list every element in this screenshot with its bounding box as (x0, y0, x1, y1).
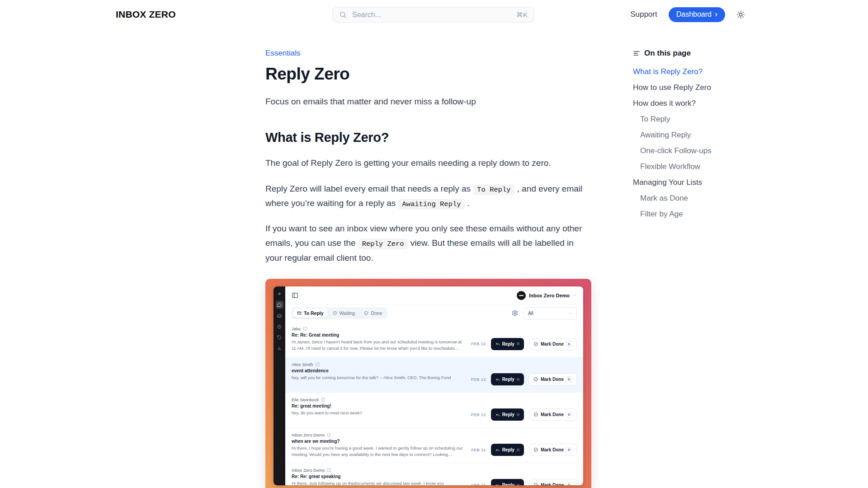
demo-email-row: Inbox Zero Demo Re: Re: great speaking H… (285, 463, 583, 485)
demo-tabset: To Reply Waiting Done (292, 307, 387, 319)
search-bar[interactable]: ⌘K (332, 7, 534, 23)
toc-item-filter-by-age[interactable]: Filter by Age (633, 210, 728, 219)
paragraph-1: The goal of Reply Zero is getting your e… (265, 156, 591, 170)
email-snippet: Hi there, Just following up on thedocume… (292, 480, 463, 485)
email-subject: event attendence (292, 368, 463, 373)
demo-email-row: Inbox Zero Demo when are we meeting? Hi … (285, 427, 583, 463)
article: Essentials Reply Zero Focus on emails th… (265, 29, 591, 488)
dashboard-button[interactable]: Dashboard › (669, 7, 725, 22)
code-awaiting-reply: Awaiting Reply (398, 199, 464, 210)
panel-left-icon (292, 292, 298, 299)
demo-filter-select: All (524, 307, 577, 319)
clock-icon (333, 311, 337, 315)
email-sender: Inbox Zero Demo (292, 468, 463, 473)
breadcrumb-category[interactable]: Essentials (265, 49, 300, 58)
external-link-icon (316, 362, 320, 366)
email-date: FEB 12 (471, 377, 486, 382)
email-subject: Re: great meeting! (292, 404, 463, 408)
code-reply-zero: Reply Zero (359, 239, 408, 249)
external-link-icon (321, 398, 325, 402)
chart-icon (276, 344, 283, 352)
email-subject: Re: Re: great speaking (292, 474, 463, 479)
external-link-icon (327, 468, 331, 472)
external-link-icon (327, 433, 331, 437)
theme-toggle-button[interactable] (736, 10, 745, 19)
sun-icon (736, 10, 745, 19)
mark-done-button: Mark DoneD (529, 373, 577, 385)
email-snippet: Hi there, I hope you’re having a good we… (292, 445, 463, 458)
email-snippet: hey, do you want to meet next week? (292, 410, 463, 416)
email-subject: when are we meeting? (292, 439, 463, 444)
external-link-icon (303, 327, 307, 331)
toc-item-awaiting-reply[interactable]: Awaiting Reply (633, 131, 728, 140)
section-heading-what-is: What is Reply Zero? (265, 130, 591, 145)
page-subtitle: Focus on emails that matter and never mi… (265, 94, 591, 109)
check-circle-icon (533, 412, 538, 417)
toc-item-how-does-it-work[interactable]: How does it work? (633, 99, 728, 108)
search-input[interactable] (351, 10, 512, 19)
email-date: FEB 11 (471, 483, 486, 486)
demo-tab-waiting: Waiting (329, 309, 359, 318)
toc-item-what-is-reply-zero[interactable]: What is Reply Zero? (633, 67, 728, 76)
email-subject: Re: Re: Great meeting (292, 333, 463, 338)
table-of-contents: On this page What is Reply Zero? How to … (633, 29, 728, 225)
demo-tabs-row: To Reply Waiting Done (285, 305, 583, 322)
email-snippet: Hi James, Since I haven’t heard back fro… (292, 339, 463, 352)
email-sender: Inbox Zero Demo (292, 432, 463, 437)
reply-button: ReplyR (491, 408, 524, 421)
tag-icon (276, 333, 283, 341)
reply-icon (495, 483, 500, 486)
chevron-down-icon (573, 293, 577, 297)
clock-icon (276, 323, 283, 330)
toc-item-flexible-workflow[interactable]: Flexible Workflow (633, 162, 728, 171)
demo-account-name: Inbox Zero Demo (529, 293, 570, 298)
demo-email-row-highlighted: Alice Smith event attendence hey, will y… (285, 357, 583, 392)
reply-button: ReplyR (491, 479, 524, 485)
support-link[interactable]: Support (630, 10, 657, 19)
email-sender: Jake (292, 326, 463, 331)
mark-done-button: Mark DoneD (529, 479, 577, 485)
paragraph-2: Reply Zero will label every email that n… (265, 182, 591, 211)
reply-icon (495, 342, 500, 346)
code-to-reply: To Reply (473, 184, 514, 195)
toc-item-mark-as-done[interactable]: Mark as Done (633, 194, 728, 203)
demo-email-list: Jake Re: Re: Great meeting Hi James, Sin… (285, 322, 583, 485)
message-icon (276, 301, 283, 309)
logo[interactable]: INBOX ZERO (116, 9, 176, 20)
demo-account-menu: Inbox Zero Demo (517, 291, 577, 300)
demo-tab-to-reply: To Reply (293, 309, 328, 318)
gear-icon (512, 310, 518, 316)
chevron-right-icon: › (715, 10, 717, 18)
reply-button: ReplyR (491, 444, 524, 456)
email-date: FEB 12 (471, 342, 486, 346)
chevron-down-icon (568, 311, 572, 315)
reply-zero-demo-image: Inbox Zero Demo To Reply (265, 279, 591, 488)
email-sender: Elie Steinbock (292, 397, 463, 402)
header-actions: Support Dashboard › (630, 0, 745, 29)
toc-item-managing-your-lists[interactable]: Managing Your Lists (633, 178, 728, 187)
paragraph-3: If you want to see an inbox view where y… (265, 221, 591, 265)
demo-tabs-right: All (512, 307, 577, 319)
page-body: Essentials Reply Zero Focus on emails th… (0, 29, 868, 488)
email-date: FEB 12 (471, 413, 486, 417)
search-shortcut: ⌘K (516, 11, 528, 19)
demo-mini-sidebar (274, 286, 285, 485)
email-sender: Alice Smith (292, 362, 463, 367)
toc-item-one-click-follow-ups[interactable]: One-click Follow-ups (633, 146, 728, 155)
demo-tab-done: Done (360, 309, 386, 318)
demo-email-row: Elie Steinbock Re: great meeting! hey, d… (285, 392, 583, 427)
check-circle-icon (533, 447, 538, 452)
sparkles-icon (276, 290, 283, 298)
toc-item-how-to-use[interactable]: How to use Reply Zero (633, 83, 728, 92)
reply-icon (495, 377, 500, 382)
demo-email-row: Jake Re: Re: Great meeting Hi James, Sin… (285, 322, 583, 357)
toc-item-to-reply[interactable]: To Reply (633, 115, 728, 124)
demo-main-area: Inbox Zero Demo To Reply (285, 286, 583, 485)
envelope-icon (297, 311, 302, 315)
reply-button: ReplyR (491, 338, 524, 350)
demo-app-window: Inbox Zero Demo To Reply (274, 286, 583, 485)
mark-done-button: Mark DoneD (529, 338, 577, 350)
avatar (517, 291, 526, 300)
top-header: INBOX ZERO ⌘K Support Dashboard › (0, 0, 868, 29)
toc-heading: On this page (633, 49, 728, 58)
